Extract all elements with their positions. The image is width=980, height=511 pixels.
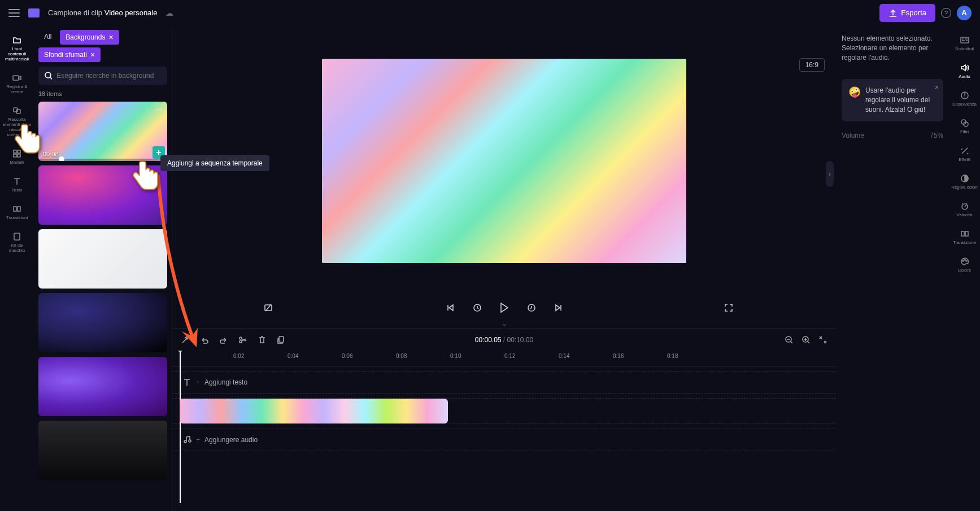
- asset-item[interactable]: [38, 229, 167, 289]
- svg-rect-16: [279, 337, 284, 342]
- timeline[interactable]: 0:02 0:04 0:06 0:08 0:10 0:12 0:14 0:16 …: [172, 351, 836, 511]
- svg-point-14: [239, 337, 242, 339]
- svg-point-28: [962, 260, 964, 261]
- hamburger-menu[interactable]: [8, 9, 20, 17]
- close-icon[interactable]: ×: [935, 84, 939, 91]
- asset-item[interactable]: [38, 293, 167, 352]
- nav-brand[interactable]: Kit del marchio: [1, 228, 33, 257]
- text-track[interactable]: + Aggiungi testo: [172, 371, 836, 394]
- side-subtitles[interactable]: Sottotitoli: [949, 31, 981, 56]
- side-speed[interactable]: Velocità: [949, 197, 981, 222]
- items-count: 18 items: [38, 90, 167, 97]
- delete-icon[interactable]: [258, 335, 267, 344]
- side-transition[interactable]: Transizione: [949, 225, 981, 250]
- audio-icon: [959, 63, 970, 72]
- skip-end-button[interactable]: [553, 302, 564, 313]
- side-fade[interactable]: Dissolvenza: [949, 86, 981, 111]
- zoom-out-icon[interactable]: [785, 335, 794, 344]
- help-icon[interactable]: ?: [941, 8, 951, 18]
- speed-icon: [959, 202, 970, 211]
- svg-rect-3: [14, 150, 16, 153]
- app-logo: [28, 8, 40, 18]
- asset-item[interactable]: [38, 165, 167, 225]
- svg-rect-8: [18, 207, 20, 211]
- user-avatar[interactable]: A: [957, 6, 972, 20]
- camera-icon: [11, 73, 23, 82]
- chip-gradients[interactable]: Sfondi sfumati×: [38, 47, 101, 62]
- asset-item[interactable]: [38, 357, 167, 416]
- library-icon: [11, 106, 23, 115]
- zoom-in-icon[interactable]: [802, 335, 811, 344]
- color-icon: [959, 257, 970, 266]
- svg-point-19: [189, 440, 191, 442]
- timecode: 00:00.05 / 00:10.00: [475, 336, 533, 344]
- split-icon[interactable]: [238, 335, 247, 344]
- templates-icon: [11, 149, 23, 158]
- aspect-ratio-button[interactable]: 16:9: [799, 58, 825, 72]
- timeline-ruler[interactable]: 0:02 0:04 0:06 0:08 0:10 0:12 0:14 0:16 …: [172, 351, 836, 366]
- svg-rect-27: [965, 232, 968, 236]
- seek-back-button[interactable]: [472, 302, 483, 313]
- side-audio[interactable]: Audio: [949, 59, 981, 84]
- svg-rect-5: [14, 154, 16, 157]
- subtitles-icon: [959, 36, 970, 45]
- export-button[interactable]: Esporta: [879, 4, 935, 22]
- close-icon[interactable]: ×: [90, 50, 95, 59]
- more-icon[interactable]: ⋯: [155, 105, 163, 113]
- nav-templates[interactable]: Modelli: [1, 145, 33, 169]
- collapse-timeline-button[interactable]: ⌄: [172, 319, 836, 328]
- music-icon: [182, 435, 191, 444]
- project-title: Campione di clip Video personale: [48, 8, 157, 17]
- search-input[interactable]: [56, 72, 162, 80]
- video-track[interactable]: [172, 398, 836, 424]
- svg-point-29: [964, 259, 965, 260]
- duplicate-icon[interactable]: [277, 335, 286, 344]
- video-preview[interactable]: [322, 59, 686, 263]
- redo-icon[interactable]: [219, 335, 228, 344]
- nav-media[interactable]: I tuoi contenuti multimediali: [1, 31, 33, 66]
- nav-library[interactable]: Raccolta elementi della raccolta contenu…: [1, 102, 33, 142]
- nav-transitions[interactable]: Transizioni: [1, 200, 33, 225]
- search-input-wrap[interactable]: [38, 67, 167, 85]
- fit-icon[interactable]: [818, 335, 827, 344]
- svg-rect-20: [961, 37, 969, 43]
- chip-backgrounds[interactable]: Backgrounds×: [60, 30, 119, 45]
- add-to-timeline-tooltip: Aggiungi a sequenza temporale: [160, 155, 269, 171]
- fullscreen-button[interactable]: [723, 302, 734, 313]
- nav-text[interactable]: Testo: [1, 172, 33, 197]
- play-button[interactable]: [499, 302, 510, 313]
- svg-point-10: [45, 72, 51, 78]
- svg-rect-7: [14, 207, 16, 211]
- side-color[interactable]: Colore: [949, 252, 981, 277]
- cloud-sync-icon: ☁: [165, 8, 173, 18]
- chip-all[interactable]: All: [38, 30, 57, 45]
- svg-point-30: [966, 260, 967, 261]
- folder-icon: [11, 36, 23, 45]
- search-icon: [44, 71, 52, 80]
- side-effects[interactable]: Effetti: [949, 142, 981, 167]
- undo-icon[interactable]: [200, 335, 209, 344]
- filters-icon: [959, 119, 970, 128]
- side-filters[interactable]: Filtri: [949, 114, 981, 139]
- seek-forward-button[interactable]: [526, 302, 537, 313]
- side-adjust[interactable]: Regola colori: [949, 169, 981, 194]
- fade-icon: [959, 91, 970, 100]
- transition-icon: [959, 229, 970, 238]
- expand-handle[interactable]: ›: [826, 161, 834, 187]
- text-icon: [182, 378, 191, 387]
- asset-duration: 00:08: [43, 151, 59, 158]
- volume-value: 75%: [930, 132, 943, 139]
- close-icon[interactable]: ×: [108, 33, 113, 42]
- disable-preview-button[interactable]: [263, 302, 274, 313]
- tip-card: 🤪 Usare l'audio per regolare il volume d…: [842, 79, 943, 121]
- magic-icon[interactable]: [181, 335, 190, 344]
- asset-item[interactable]: [38, 421, 167, 480]
- skip-start-button[interactable]: [445, 302, 456, 313]
- nav-record[interactable]: Registra & create: [1, 69, 33, 99]
- asset-item[interactable]: ⋯ 00:08 +: [38, 102, 167, 161]
- video-clip[interactable]: [180, 399, 448, 423]
- svg-rect-0: [13, 76, 19, 80]
- audio-track[interactable]: + Aggiungere audio: [172, 429, 836, 451]
- transitions-icon: [11, 204, 23, 213]
- upload-icon: [888, 8, 898, 18]
